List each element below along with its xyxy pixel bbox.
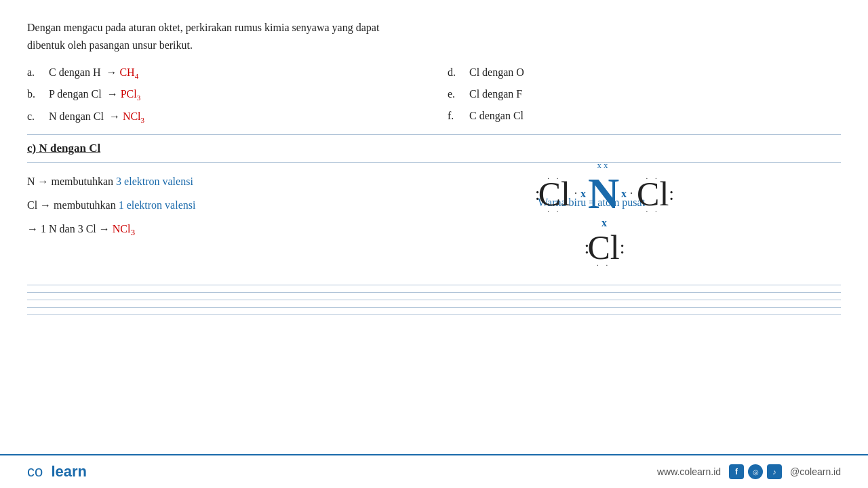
- social-icons: f ◎ ♪: [729, 464, 782, 479]
- dot-bond-left: ·: [574, 188, 577, 200]
- line-nitrogen: N → membutuhkan 3 elektron valensi: [27, 169, 366, 193]
- section-header: c) N dengan Cl: [27, 142, 841, 155]
- divider-7: [27, 314, 841, 315]
- n-atom: N: [588, 172, 619, 216]
- left-col: a. C dengan H → CH4 b. P dengan Cl → PCl…: [27, 62, 420, 127]
- line-chlorine: Cl → membutuhkan 1 elektron valensi: [27, 193, 366, 217]
- list-item: a. C dengan H → CH4: [27, 62, 420, 83]
- logo: co learn: [27, 463, 87, 481]
- footer-right: www.colearn.id f ◎ ♪ @colearn.id: [657, 464, 841, 479]
- cl-left-atom: : . . Cl . .: [535, 177, 570, 211]
- website-url: www.colearn.id: [657, 466, 721, 477]
- x-bond-bottom: x: [601, 217, 607, 229]
- list-item: c. N dengan Cl → NCl3: [27, 106, 420, 127]
- x-bond-right: x: [621, 188, 627, 200]
- right-col: d. Cl dengan O e. Cl dengan F f. C denga…: [448, 62, 841, 127]
- intro-text: Dengan mengacu pada aturan oktet, perkir…: [27, 19, 841, 54]
- list-item: e. Cl dengan F: [448, 83, 841, 105]
- solution-left: N → membutuhkan 3 elektron valensi Cl → …: [27, 169, 366, 243]
- divider-6: [27, 307, 841, 308]
- list-item: f. C dengan Cl: [448, 105, 841, 127]
- cl-right-atom: . . Cl . . :: [637, 177, 672, 211]
- divider-4: [27, 292, 841, 293]
- footer: co learn www.colearn.id f ◎ ♪ @colearn.i…: [0, 454, 868, 488]
- cl-bottom-atom: : Cl . . :: [585, 230, 623, 264]
- line-result: → 1 N dan 3 Cl → NCl3: [27, 217, 366, 243]
- list-item: b. P dengan Cl → PCl3: [27, 83, 420, 105]
- divider-5: [27, 300, 841, 300]
- instagram-icon: ◎: [748, 464, 763, 479]
- tiktok-icon: ♪: [767, 464, 782, 479]
- dot-bond-right: ·: [630, 188, 633, 200]
- divider-2: [27, 162, 841, 163]
- divider-3: [27, 285, 841, 285]
- solution-area: N → membutuhkan 3 elektron valensi Cl → …: [27, 169, 841, 264]
- social-handle: @colearn.id: [790, 466, 841, 477]
- lewis-diagram: Warna biru = atom pusat xx : . . Cl . .: [366, 169, 841, 264]
- main-container: Dengan mengacu pada aturan oktet, perkir…: [0, 0, 868, 315]
- x-bond-left: x: [580, 188, 586, 200]
- items-grid: a. C dengan H → CH4 b. P dengan Cl → PCl…: [27, 62, 841, 127]
- list-item: d. Cl dengan O: [448, 62, 841, 83]
- divider-1: [27, 134, 841, 135]
- facebook-icon: f: [729, 464, 744, 479]
